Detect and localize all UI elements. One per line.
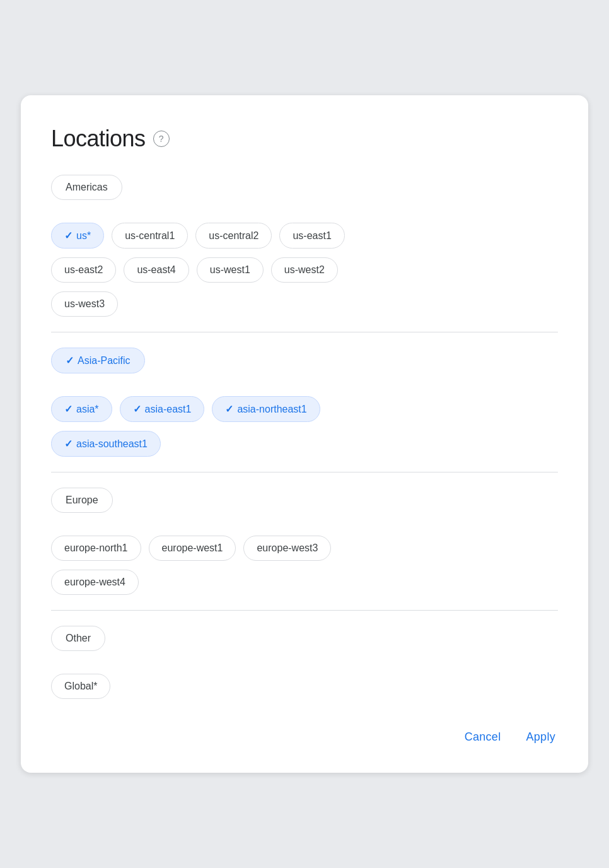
europe-west4-chip[interactable]: europe-west4: [51, 570, 139, 595]
europe-west3-label: europe-west3: [257, 542, 318, 554]
asia-southeast1-label: asia-southeast1: [76, 438, 148, 450]
global-star-label: Global*: [64, 681, 97, 692]
americas-section: Americas ✓ us* us-central1 us-central2 u…: [51, 175, 558, 317]
us-west2-label: us-west2: [284, 264, 325, 276]
europe-north1-chip[interactable]: europe-north1: [51, 536, 141, 561]
check-icon: ✓: [64, 230, 72, 242]
dialog-footer: Cancel Apply: [51, 719, 558, 750]
us-central2-label: us-central2: [209, 230, 258, 242]
us-west2-chip[interactable]: us-west2: [271, 257, 338, 283]
asia-northeast1-label: asia-northeast1: [237, 404, 306, 415]
page-title: Locations: [51, 126, 146, 152]
asia-east1-label: asia-east1: [145, 404, 192, 415]
divider-3: [51, 610, 558, 611]
divider-1: [51, 332, 558, 332]
us-east4-chip[interactable]: us-east4: [124, 257, 188, 283]
americas-chips-row-2: us-east2 us-east4 us-west1 us-west2: [51, 257, 558, 283]
europe-section: Europe europe-north1 europe-west1 europe…: [51, 488, 558, 595]
europe-chips-row-2: europe-west4: [51, 570, 558, 595]
americas-category-chip[interactable]: Americas: [51, 175, 122, 200]
europe-label: Europe: [66, 495, 98, 506]
check-icon: ✓: [66, 355, 74, 367]
europe-north1-label: europe-north1: [64, 542, 128, 554]
europe-chips-row: europe-north1 europe-west1 europe-west3: [51, 536, 558, 561]
europe-category-chip[interactable]: Europe: [51, 488, 113, 513]
us-central1-chip[interactable]: us-central1: [112, 223, 188, 249]
us-east2-chip[interactable]: us-east2: [51, 257, 116, 283]
europe-west4-label: europe-west4: [64, 577, 125, 588]
us-west1-label: us-west1: [210, 264, 250, 276]
us-east2-label: us-east2: [64, 264, 103, 276]
other-label: Other: [66, 633, 91, 644]
us-west1-chip[interactable]: us-west1: [197, 257, 264, 283]
other-chips-row: Global*: [51, 674, 558, 699]
us-central2-chip[interactable]: us-central2: [195, 223, 272, 249]
asia-pacific-category-chip[interactable]: ✓ Asia-Pacific: [51, 348, 145, 373]
asia-pacific-chips-row: ✓ asia* ✓ asia-east1 ✓ asia-northeast1: [51, 396, 558, 422]
americas-chips-row: ✓ us* us-central1 us-central2 us-east1: [51, 223, 558, 249]
europe-west3-chip[interactable]: europe-west3: [243, 536, 331, 561]
us-east4-label: us-east4: [137, 264, 175, 276]
check-icon: ✓: [133, 403, 141, 415]
check-icon: ✓: [64, 403, 72, 415]
cancel-button[interactable]: Cancel: [462, 724, 504, 750]
us-star-label: us*: [76, 230, 91, 242]
us-west3-chip[interactable]: us-west3: [51, 291, 118, 317]
asia-star-label: asia*: [76, 404, 99, 415]
other-category-chip[interactable]: Other: [51, 626, 105, 651]
asia-northeast1-chip[interactable]: ✓ asia-northeast1: [212, 396, 320, 422]
divider-2: [51, 472, 558, 472]
check-icon: ✓: [64, 438, 72, 450]
global-star-chip[interactable]: Global*: [51, 674, 110, 699]
locations-dialog: Locations ? Americas ✓ us* us-central1 u…: [21, 95, 588, 773]
other-section: Other Global*: [51, 626, 558, 699]
asia-pacific-label: Asia-Pacific: [78, 355, 130, 367]
us-star-chip[interactable]: ✓ us*: [51, 223, 104, 249]
europe-west1-label: europe-west1: [162, 542, 223, 554]
europe-west1-chip[interactable]: europe-west1: [149, 536, 236, 561]
us-west3-label: us-west3: [64, 298, 105, 310]
americas-chips-row-3: us-west3: [51, 291, 558, 317]
asia-east1-chip[interactable]: ✓ asia-east1: [120, 396, 205, 422]
asia-pacific-chips-row-2: ✓ asia-southeast1: [51, 431, 558, 457]
asia-star-chip[interactable]: ✓ asia*: [51, 396, 112, 422]
us-east1-chip[interactable]: us-east1: [279, 223, 344, 249]
apply-button[interactable]: Apply: [523, 724, 558, 750]
asia-southeast1-chip[interactable]: ✓ asia-southeast1: [51, 431, 161, 457]
us-central1-label: us-central1: [125, 230, 175, 242]
help-icon[interactable]: ?: [153, 131, 170, 147]
check-icon: ✓: [225, 403, 233, 415]
us-east1-label: us-east1: [293, 230, 331, 242]
asia-pacific-section: ✓ Asia-Pacific ✓ asia* ✓ asia-east1 ✓ as…: [51, 348, 558, 457]
americas-label: Americas: [66, 182, 108, 193]
dialog-header: Locations ?: [51, 126, 558, 152]
